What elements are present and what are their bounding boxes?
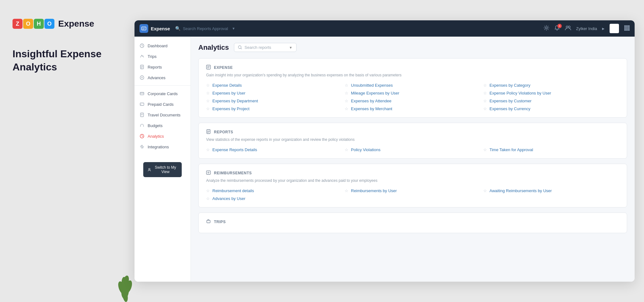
sidebar-item-advances[interactable]: Advances xyxy=(134,72,190,83)
sidebar-item-integrations[interactable]: Integrations xyxy=(134,141,190,152)
link-expenses-by-attendee[interactable]: ☆ Expenses by Attendee xyxy=(345,99,481,103)
product-name: Expense xyxy=(58,19,94,29)
star-icon[interactable]: ☆ xyxy=(345,188,348,193)
link-policy-violations[interactable]: ☆ Policy Violations xyxy=(345,147,481,152)
reports-label: Reports xyxy=(148,65,162,69)
analytics-icon xyxy=(139,134,145,139)
link-text: Reimbursements by User xyxy=(351,188,397,193)
star-icon[interactable]: ☆ xyxy=(483,91,487,95)
dashboard-icon xyxy=(139,43,145,48)
link-text: Expenses by Customer xyxy=(489,99,531,103)
sidebar-item-prepaid-cards[interactable]: Prepaid Cards xyxy=(134,99,190,110)
sidebar-item-trips[interactable]: Trips xyxy=(134,51,190,62)
dashboard-label: Dashboard xyxy=(148,44,168,48)
svg-point-24 xyxy=(141,104,141,105)
star-icon[interactable]: ☆ xyxy=(206,106,210,111)
link-expense-details[interactable]: ☆ Expense Details xyxy=(206,83,342,88)
link-advances-by-user[interactable]: ☆ Advances by User xyxy=(206,196,342,201)
link-text: Expenses by Project xyxy=(212,106,250,111)
link-text: Expense Reports Details xyxy=(212,147,257,152)
link-awaiting-reimbursements[interactable]: ☆ Awaiting Reimbursements by User xyxy=(483,188,619,193)
link-expenses-by-currency[interactable]: ☆ Expenses by Currency xyxy=(483,106,619,111)
search-dropdown-arrow: ▼ xyxy=(289,46,292,49)
trips-section-header: TRIPS xyxy=(206,219,619,225)
star-icon[interactable]: ☆ xyxy=(345,106,348,111)
star-icon[interactable]: ☆ xyxy=(206,83,210,88)
avatar[interactable] xyxy=(610,24,619,33)
link-expenses-by-merchant[interactable]: ☆ Expenses by Merchant xyxy=(345,106,481,111)
link-text: Mileage Expenses by User xyxy=(351,91,399,95)
settings-icon[interactable] xyxy=(544,25,549,32)
link-expenses-by-category[interactable]: ☆ Expenses by Category xyxy=(483,83,619,88)
link-time-taken-approval[interactable]: ☆ Time Taken for Approval xyxy=(483,147,619,152)
link-expenses-by-department[interactable]: ☆ Expenses by Department xyxy=(206,99,342,103)
star-icon[interactable]: ☆ xyxy=(483,106,487,111)
nav-search-dropdown: ▼ xyxy=(232,27,235,30)
star-icon[interactable]: ☆ xyxy=(206,99,210,103)
star-icon[interactable]: ☆ xyxy=(345,99,348,103)
travel-documents-label: Travel Documents xyxy=(148,113,180,117)
star-icon[interactable]: ☆ xyxy=(483,99,487,103)
nav-logo-icon xyxy=(139,24,148,33)
star-icon[interactable]: ☆ xyxy=(206,91,210,95)
svg-rect-10 xyxy=(624,25,626,27)
org-name[interactable]: Zylker India xyxy=(576,26,597,31)
star-icon[interactable]: ☆ xyxy=(483,188,487,193)
link-expenses-by-user[interactable]: ☆ Expenses by User xyxy=(206,91,342,95)
sidebar-item-dashboard[interactable]: Dashboard xyxy=(134,40,190,51)
link-expenses-by-customer[interactable]: ☆ Expenses by Customer xyxy=(483,99,619,103)
svg-rect-22 xyxy=(140,92,144,95)
reimbursements-section-icon xyxy=(206,170,211,176)
link-text: Time Taken for Approval xyxy=(489,147,533,152)
star-icon[interactable]: ☆ xyxy=(206,188,210,193)
sidebar-item-corporate-cards[interactable]: Corporate Cards xyxy=(134,88,190,99)
notification-badge: 3 xyxy=(557,24,562,28)
integrations-icon xyxy=(139,144,145,149)
search-reports-input[interactable]: Search reports ▼ xyxy=(234,43,297,52)
nav-search[interactable]: 🔍 Search Reports Approval ▼ xyxy=(175,26,539,31)
link-expense-reports-details[interactable]: ☆ Expense Reports Details xyxy=(206,147,342,152)
switch-view-label: Switch to My View xyxy=(154,165,177,174)
link-reimbursements-by-user[interactable]: ☆ Reimbursements by User xyxy=(345,188,481,193)
trips-section-title: TRIPS xyxy=(214,220,226,224)
link-unsubmitted-expenses[interactable]: ☆ Unsubmitted Expenses xyxy=(345,83,481,88)
tagline: Insightful Expense Analytics xyxy=(13,48,122,74)
link-text: Advances by User xyxy=(212,196,246,201)
star-icon[interactable]: ☆ xyxy=(483,83,487,88)
grid-icon[interactable] xyxy=(624,25,630,32)
reimbursements-links-grid: ☆ Reimbursement details ☆ Reimbursements… xyxy=(206,188,619,201)
sidebar-item-travel-documents[interactable]: Travel Documents xyxy=(134,110,190,120)
svg-point-28 xyxy=(149,168,150,170)
star-icon[interactable]: ☆ xyxy=(483,147,487,152)
link-reimbursement-details[interactable]: ☆ Reimbursement details xyxy=(206,188,342,193)
trips-icon xyxy=(139,54,145,59)
sidebar-item-analytics[interactable]: Analytics xyxy=(134,131,190,141)
expense-section-desc: Gain insight into your organization's sp… xyxy=(206,72,619,78)
analytics-label: Analytics xyxy=(148,134,164,139)
advances-label: Advances xyxy=(148,75,165,80)
sidebar-item-budgets[interactable]: Budgets xyxy=(134,120,190,131)
star-icon[interactable]: ☆ xyxy=(206,147,210,152)
reports-section: REPORTS View statistics of the expense r… xyxy=(198,123,627,159)
svg-rect-33 xyxy=(207,220,210,223)
star-icon[interactable]: ☆ xyxy=(345,147,348,152)
trips-section: TRIPS xyxy=(198,212,627,233)
notifications-icon[interactable]: 3 xyxy=(554,25,560,32)
link-mileage-expenses[interactable]: ☆ Mileage Expenses by User xyxy=(345,91,481,95)
link-text: Expenses by Merchant xyxy=(351,106,392,111)
users-icon[interactable] xyxy=(565,25,571,32)
search-reports-placeholder: Search reports xyxy=(245,45,271,50)
expense-section-header: EXPENSE xyxy=(206,65,619,70)
svg-rect-13 xyxy=(624,27,626,29)
star-icon[interactable]: ☆ xyxy=(206,196,210,201)
switch-view-button[interactable]: Switch to My View xyxy=(143,162,182,177)
star-icon[interactable]: ☆ xyxy=(345,91,348,95)
link-text: Expenses by User xyxy=(212,91,246,95)
link-expense-policy-violations[interactable]: ☆ Expense Policy Violations by User xyxy=(483,91,619,95)
svg-rect-17 xyxy=(626,29,628,31)
star-icon[interactable]: ☆ xyxy=(345,83,348,88)
svg-rect-11 xyxy=(626,25,628,27)
link-expenses-by-project[interactable]: ☆ Expenses by Project xyxy=(206,106,342,111)
letter-o2: O xyxy=(44,19,54,29)
sidebar-item-reports[interactable]: Reports xyxy=(134,62,190,72)
